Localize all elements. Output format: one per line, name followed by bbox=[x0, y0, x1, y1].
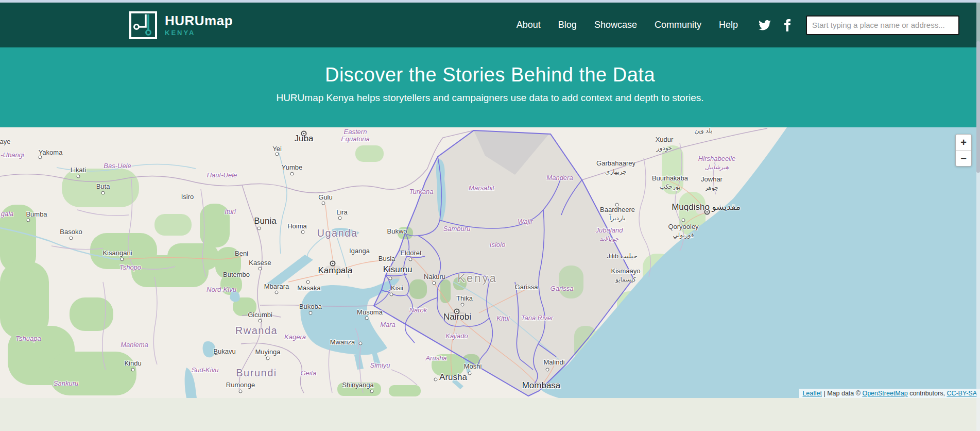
search-input[interactable] bbox=[806, 15, 959, 35]
city-marker bbox=[27, 219, 30, 222]
hero-subtitle: HURUmap Kenya helps storytellers and cam… bbox=[0, 92, 980, 104]
map-label-kampala: Kampala bbox=[318, 266, 352, 276]
map-label-nord-kivu: Nord-Kivu bbox=[207, 286, 236, 293]
osm-link[interactable]: OpenStreetMap bbox=[862, 390, 907, 397]
map-label-maniema: Maniema bbox=[121, 341, 148, 349]
map-label-sud-kivu: Sud-Kivu bbox=[192, 366, 219, 374]
map-label-busia: Busia bbox=[379, 255, 396, 262]
map-label-xudur: Xudur bbox=[656, 136, 674, 143]
map-label-haut-uele: Haut-Uele bbox=[207, 171, 237, 179]
page-footer-space bbox=[0, 398, 980, 431]
map-label-equatoria: Equatoria bbox=[341, 135, 370, 143]
map-label-gulu: Gulu bbox=[318, 193, 332, 201]
map-label--: هيرشابيل bbox=[705, 163, 729, 171]
map-label-geita: Geita bbox=[300, 369, 316, 377]
map-label-jubaland: Jubaland bbox=[596, 226, 623, 234]
map-label-bukavu: Bukavu bbox=[213, 347, 235, 355]
nav-link-about[interactable]: About bbox=[517, 20, 541, 30]
map-label-mwanza: Mwanza bbox=[330, 338, 355, 346]
scrollbar-thumb[interactable] bbox=[976, 41, 980, 173]
nav-link-help[interactable]: Help bbox=[719, 20, 738, 30]
map-label-jowhar: Jowhar bbox=[701, 175, 723, 183]
map-label-musoma: Musoma bbox=[357, 308, 383, 316]
twitter-icon[interactable] bbox=[759, 20, 771, 30]
map-label-tshuapa: Tshuapa bbox=[15, 335, 41, 342]
nav-link-showcase[interactable]: Showcase bbox=[594, 20, 637, 30]
map-label-rumonge: Rumonge bbox=[226, 381, 255, 389]
leaflet-link[interactable]: Leaflet bbox=[802, 390, 822, 397]
nav-link-community[interactable]: Community bbox=[655, 20, 701, 30]
map-label-jilib-: Jilib جيليب bbox=[607, 252, 638, 260]
city-marker bbox=[409, 258, 412, 261]
brand-logo[interactable]: HURUmap KENYA bbox=[129, 11, 233, 40]
map-label-arusha: Arusha bbox=[425, 354, 446, 362]
map-label--: جوبالاند bbox=[599, 235, 618, 242]
map-label-burundi: Burundi bbox=[236, 367, 277, 379]
map-label-kismaayo: Kismaayo bbox=[611, 267, 640, 275]
facebook-icon[interactable] bbox=[784, 19, 790, 31]
map-label-garissa: Garissa bbox=[515, 283, 538, 291]
map-label-mara: Mara bbox=[380, 321, 396, 328]
hero-banner: Discover the Stories Behind the Data HUR… bbox=[0, 47, 980, 127]
social-links bbox=[759, 19, 790, 31]
city-marker bbox=[359, 342, 363, 345]
map-label-kisii: Kisii bbox=[391, 284, 403, 292]
map-label-ituri: Ituri bbox=[225, 208, 236, 216]
map-label-bukwo: Bukwo bbox=[387, 227, 407, 235]
map-label-kasese: Kasese bbox=[249, 259, 271, 267]
map-label--: جربهاري bbox=[605, 168, 627, 175]
map-label-qoryooley: Qoryooley bbox=[668, 223, 698, 230]
map-label-mombasa: Mombasa bbox=[522, 380, 561, 391]
map-label-uganda: Uganda bbox=[317, 227, 357, 239]
city-marker bbox=[433, 281, 436, 285]
city-marker bbox=[259, 267, 262, 271]
city-marker bbox=[259, 319, 262, 323]
map-label-gala: gala bbox=[1, 210, 14, 218]
map-label-kisumu: Kisumu bbox=[383, 264, 412, 275]
site-header: HURUmap KENYA AboutBlogShowcaseCommunity… bbox=[0, 3, 980, 47]
map-label-gicumbi: Gicumbi bbox=[248, 311, 272, 319]
hero-title: Discover the Stories Behind the Data bbox=[0, 47, 980, 86]
city-marker bbox=[365, 317, 369, 320]
city-marker bbox=[77, 175, 80, 178]
city-marker bbox=[275, 291, 279, 294]
map-label-baardheere: Baardheere bbox=[600, 206, 635, 213]
city-marker bbox=[276, 153, 279, 156]
map-label-basoko: Basoko bbox=[60, 228, 82, 236]
map-label-muyinga: Muyinga bbox=[255, 348, 280, 356]
hurumap-logo-icon bbox=[129, 11, 158, 40]
map-label-juba: Juba bbox=[295, 134, 314, 144]
map-label-moshi: Moshi bbox=[464, 362, 482, 370]
map-label-iganga: Iganga bbox=[349, 247, 370, 255]
map-label--: جوهر bbox=[705, 184, 719, 191]
map-label-malindi: Malindi bbox=[543, 358, 564, 366]
map-label-hoima: Hoima bbox=[287, 222, 307, 230]
leaflet-map[interactable]: ayeYakoma-UbangiLikatiBas-UeleHaut-UeleB… bbox=[0, 127, 980, 398]
map-label-narok: Narok bbox=[409, 306, 427, 314]
map-label-shinyanga: Shinyanga bbox=[342, 381, 373, 389]
map-label-bas-uele: Bas-Uele bbox=[104, 162, 131, 170]
city-marker bbox=[39, 156, 42, 159]
city-marker bbox=[338, 217, 342, 220]
city-marker bbox=[70, 237, 73, 240]
map-label-nairobi: Nairobi bbox=[443, 312, 471, 322]
city-marker bbox=[390, 293, 393, 296]
map-label-garissa: Garissa bbox=[551, 285, 574, 292]
city-marker bbox=[301, 230, 305, 234]
map-label-garbahaarey: Garbahaarey bbox=[596, 159, 635, 167]
license-link[interactable]: CC-BY-SA bbox=[947, 390, 977, 397]
zoom-out-button[interactable]: − bbox=[956, 151, 971, 166]
nav-link-blog[interactable]: Blog bbox=[558, 20, 577, 30]
map-label-mbarara: Mbarara bbox=[264, 283, 289, 290]
map-label-simiyu: Simiyu bbox=[370, 361, 390, 369]
map-label-tshopo: Tshopo bbox=[119, 263, 141, 271]
map-label-bumba: Bumba bbox=[26, 210, 47, 218]
city-marker bbox=[257, 227, 261, 230]
map-label-rwanda: Rwanda bbox=[235, 325, 278, 337]
map-label-eastern: Eastern bbox=[344, 128, 367, 136]
map-label-bukoba: Bukoba bbox=[299, 303, 322, 310]
map-label-likati: Likati bbox=[71, 166, 86, 174]
map-label-isiolo: Isiolo bbox=[490, 241, 505, 248]
zoom-in-button[interactable]: + bbox=[956, 135, 971, 151]
city-marker bbox=[370, 390, 374, 393]
